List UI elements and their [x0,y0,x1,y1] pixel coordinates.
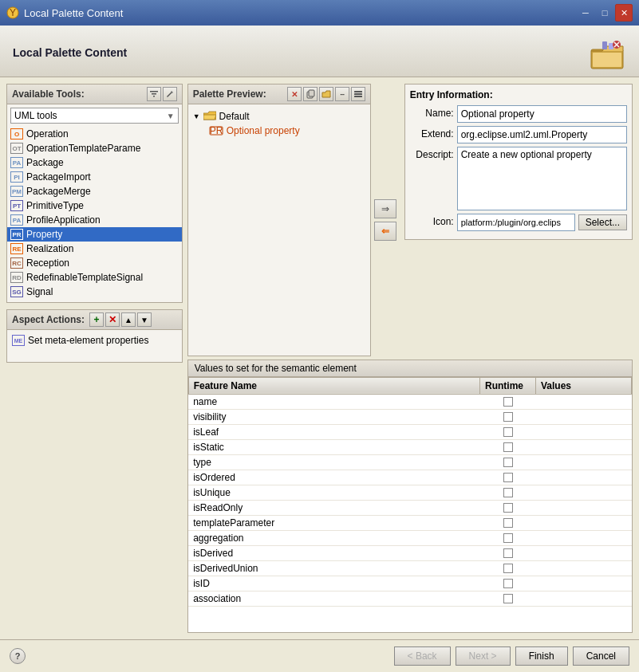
remove-aspect-button[interactable]: ✕ [105,312,120,327]
table-row[interactable]: isReadOnly [188,500,631,515]
runtime-cell[interactable] [480,515,536,530]
runtime-cell[interactable] [480,424,536,439]
runtime-checkbox[interactable] [503,442,513,452]
runtime-checkbox[interactable] [503,503,513,513]
profile-app-icon: PA [10,214,23,226]
move-up-button[interactable]: ▲ [121,312,136,327]
tool-item-operation[interactable]: O Operation [7,127,182,141]
runtime-cell[interactable] [480,485,536,500]
table-row[interactable]: visibility [188,409,631,424]
back-button[interactable]: < Back [394,646,451,666]
col-values: Values [536,377,632,394]
maximize-button[interactable]: □ [596,4,613,22]
tool-item-package[interactable]: PA Package [7,155,182,170]
table-row[interactable]: name [188,394,631,409]
more-preview-button[interactable]: ··· [335,87,349,101]
select-icon-button[interactable]: Select... [578,214,627,230]
copy-preview-button[interactable] [303,87,318,101]
minimize-button[interactable]: ─ [577,4,594,22]
property-icon: PR [10,229,23,240]
runtime-cell[interactable] [480,545,536,560]
runtime-cell[interactable] [480,500,536,515]
tool-item-redefinable[interactable]: RD RedefinableTemplateSignal [7,270,182,285]
icon-path-input[interactable] [457,214,575,231]
table-row[interactable]: isUnique [188,485,631,500]
tool-item-profile-application[interactable]: PA ProfileApplication [7,213,182,227]
runtime-checkbox[interactable] [503,427,513,437]
table-row[interactable]: aggregation [188,530,631,545]
move-down-button[interactable]: ▼ [137,312,152,327]
runtime-cell[interactable] [480,576,536,591]
filter-button[interactable] [147,87,161,101]
bottom-bar: ? < Back Next > Finish Cancel [0,639,639,672]
feature-name-cell: name [188,394,479,409]
tool-item-property[interactable]: PR Property [7,227,182,242]
runtime-checkbox[interactable] [503,594,513,603]
runtime-checkbox[interactable] [503,458,513,467]
meta-element-item[interactable]: ME Set meta-element properties [10,333,179,348]
runtime-cell[interactable] [480,439,536,454]
edit-button[interactable] [163,87,177,101]
runtime-checkbox[interactable] [503,548,513,558]
available-tools-section: Available Tools: [6,84,183,303]
cancel-button[interactable]: Cancel [573,646,629,666]
runtime-checkbox[interactable] [503,397,513,407]
runtime-cell[interactable] [480,591,536,606]
tree-child-item[interactable]: PR Optional property [209,124,365,138]
tool-item-reception[interactable]: RC Reception [7,256,182,270]
runtime-checkbox[interactable] [503,473,513,482]
table-row[interactable]: association [188,591,631,606]
table-row[interactable]: isID [188,576,631,591]
runtime-cell[interactable] [480,530,536,545]
runtime-cell[interactable] [480,560,536,576]
next-button[interactable]: Next > [456,646,511,666]
table-row[interactable]: isLeaf [188,424,631,439]
uml-tools-dropdown[interactable]: UML tools ▼ [10,108,179,124]
runtime-cell[interactable] [480,394,536,409]
runtime-checkbox[interactable] [503,564,513,573]
list-preview-button[interactable] [351,87,365,101]
tools-toolbar [147,87,177,101]
runtime-cell[interactable] [480,409,536,424]
description-textarea[interactable]: Create a new optional property [457,147,627,210]
table-row[interactable]: type [188,454,631,470]
runtime-checkbox[interactable] [503,579,513,588]
tools-list[interactable]: O Operation OT OperationTemplateParame P… [7,127,182,302]
window-title: Local Palette Content [24,7,123,19]
runtime-cell[interactable] [480,454,536,470]
runtime-checkbox[interactable] [503,518,513,528]
runtime-checkbox[interactable] [503,533,513,543]
tool-item-signal[interactable]: SG Signal [7,285,182,299]
delete-preview-button[interactable]: ✕ [287,87,302,101]
list-icon [353,89,363,99]
runtime-cell[interactable] [480,470,536,485]
tree-child-label: Optional property [227,125,300,136]
move-left-button[interactable]: ⇐ [374,222,396,241]
table-row[interactable]: isDerivedUnion [188,560,631,576]
help-button[interactable]: ? [10,648,26,664]
close-button[interactable]: ✕ [615,4,633,22]
name-input[interactable] [457,105,627,123]
extend-input[interactable] [457,126,627,143]
available-tools-label: Available Tools: [12,88,85,100]
folder-preview-button[interactable] [319,87,333,101]
entry-info: Entry Information: Name: Extend: Descrip… [404,84,633,240]
table-row[interactable]: templateParameter [188,515,631,530]
table-row[interactable]: isDerived [188,545,631,560]
runtime-checkbox[interactable] [503,488,513,497]
tool-item-package-merge[interactable]: PM PackageMerge [7,184,182,198]
tool-item-primitive-type[interactable]: PT PrimitiveType [7,198,182,213]
table-row[interactable]: isOrdered [188,470,631,485]
tool-label: Operation [26,128,69,140]
tool-item-operation-template[interactable]: OT OperationTemplateParame [7,141,182,155]
values-table-wrapper[interactable]: Feature Name Runtime Values name visibil… [188,377,632,633]
table-row[interactable]: isStatic [188,439,631,454]
tree-root-item[interactable]: ▼ Default [193,109,365,124]
runtime-checkbox[interactable] [503,412,513,422]
tool-item-realization[interactable]: RE Realization [7,242,182,256]
filter-icon [149,89,159,99]
finish-button[interactable]: Finish [515,646,568,666]
tool-item-package-import[interactable]: PI PackageImport [7,170,182,184]
add-aspect-button[interactable]: + [89,312,104,327]
move-right-button[interactable]: ⇒ [374,199,396,218]
